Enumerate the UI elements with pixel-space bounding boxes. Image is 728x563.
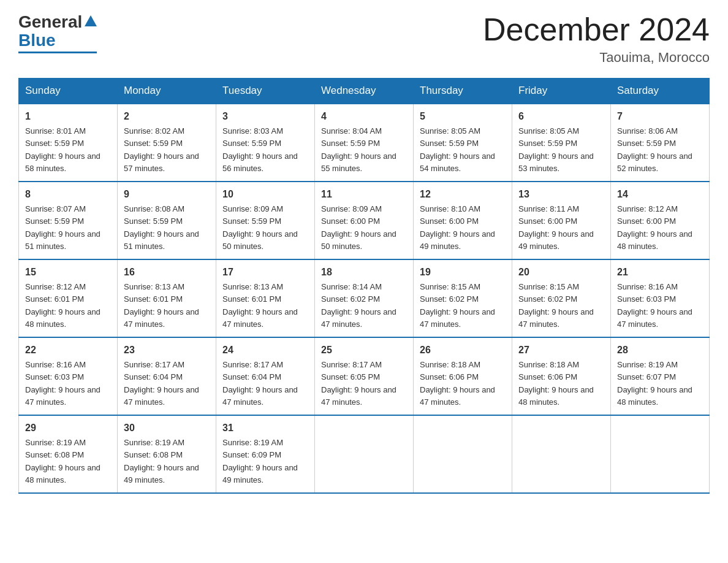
table-row: 13 Sunrise: 8:11 AMSunset: 6:00 PMDaylig… [512,182,611,259]
col-sunday: Sunday [19,79,118,104]
calendar-week-row: 1 Sunrise: 8:01 AMSunset: 5:59 PMDayligh… [19,104,710,182]
calendar-header-row: Sunday Monday Tuesday Wednesday Thursday… [19,79,710,104]
day-number: 9 [124,187,210,202]
day-info: Sunrise: 8:11 AMSunset: 6:00 PMDaylight:… [518,204,594,251]
day-number: 6 [518,109,604,124]
day-info: Sunrise: 8:17 AMSunset: 6:05 PMDaylight:… [321,360,396,407]
day-info: Sunrise: 8:12 AMSunset: 6:00 PMDaylight:… [617,204,692,251]
day-number: 15 [25,265,111,280]
day-number: 31 [222,421,308,435]
page-header: General Blue December 2024 Taouima, Moro… [18,12,710,66]
day-info: Sunrise: 8:15 AMSunset: 6:02 PMDaylight:… [420,282,495,329]
table-row [414,415,512,493]
table-row: 1 Sunrise: 8:01 AMSunset: 5:59 PMDayligh… [19,104,118,182]
day-info: Sunrise: 8:02 AMSunset: 5:59 PMDaylight:… [124,126,199,173]
table-row: 4 Sunrise: 8:04 AMSunset: 5:59 PMDayligh… [315,104,414,182]
day-number: 26 [420,343,506,358]
logo-underline [18,52,97,53]
col-monday: Monday [118,79,216,104]
day-info: Sunrise: 8:12 AMSunset: 6:01 PMDaylight:… [25,282,100,329]
table-row: 30 Sunrise: 8:19 AMSunset: 6:08 PMDaylig… [118,415,216,493]
day-info: Sunrise: 8:09 AMSunset: 6:00 PMDaylight:… [321,204,396,251]
day-number: 1 [25,109,111,124]
day-info: Sunrise: 8:19 AMSunset: 6:08 PMDaylight:… [124,438,199,484]
table-row: 12 Sunrise: 8:10 AMSunset: 6:00 PMDaylig… [414,182,512,259]
day-number: 2 [124,109,210,124]
col-thursday: Thursday [414,79,512,104]
table-row [512,415,611,493]
day-number: 17 [222,265,308,280]
day-number: 19 [420,265,506,280]
table-row: 31 Sunrise: 8:19 AMSunset: 6:09 PMDaylig… [216,415,315,493]
calendar-week-row: 22 Sunrise: 8:16 AMSunset: 6:03 PMDaylig… [19,337,710,415]
day-info: Sunrise: 8:07 AMSunset: 5:59 PMDaylight:… [25,204,100,251]
day-number: 18 [321,265,407,280]
day-number: 16 [124,265,210,280]
day-info: Sunrise: 8:19 AMSunset: 6:09 PMDaylight:… [222,438,298,484]
col-friday: Friday [512,79,611,104]
day-number: 30 [124,421,210,435]
table-row: 28 Sunrise: 8:19 AMSunset: 6:07 PMDaylig… [611,337,710,415]
table-row [315,415,414,493]
day-number: 11 [321,187,407,202]
logo: General Blue [18,12,97,53]
logo-general-text: General [18,12,82,32]
table-row: 20 Sunrise: 8:15 AMSunset: 6:02 PMDaylig… [512,259,611,337]
day-number: 5 [420,109,506,124]
table-row: 22 Sunrise: 8:16 AMSunset: 6:03 PMDaylig… [19,337,118,415]
day-number: 13 [518,187,604,202]
day-info: Sunrise: 8:18 AMSunset: 6:06 PMDaylight:… [518,360,594,407]
day-number: 4 [321,109,407,124]
table-row: 23 Sunrise: 8:17 AMSunset: 6:04 PMDaylig… [118,337,216,415]
calendar-week-row: 8 Sunrise: 8:07 AMSunset: 5:59 PMDayligh… [19,182,710,259]
table-row: 26 Sunrise: 8:18 AMSunset: 6:06 PMDaylig… [414,337,512,415]
col-wednesday: Wednesday [315,79,414,104]
table-row: 11 Sunrise: 8:09 AMSunset: 6:00 PMDaylig… [315,182,414,259]
day-info: Sunrise: 8:04 AMSunset: 5:59 PMDaylight:… [321,126,396,173]
day-number: 8 [25,187,111,202]
day-info: Sunrise: 8:10 AMSunset: 6:00 PMDaylight:… [420,204,495,251]
table-row: 15 Sunrise: 8:12 AMSunset: 6:01 PMDaylig… [19,259,118,337]
day-info: Sunrise: 8:19 AMSunset: 6:08 PMDaylight:… [25,438,100,484]
table-row: 18 Sunrise: 8:14 AMSunset: 6:02 PMDaylig… [315,259,414,337]
day-number: 25 [321,343,407,358]
location-subtitle: Taouima, Morocco [483,50,710,66]
logo-blue-text: Blue [18,31,56,50]
day-info: Sunrise: 8:08 AMSunset: 5:59 PMDaylight:… [124,204,199,251]
day-info: Sunrise: 8:09 AMSunset: 5:59 PMDaylight:… [222,204,298,251]
day-info: Sunrise: 8:16 AMSunset: 6:03 PMDaylight:… [617,282,692,329]
table-row: 17 Sunrise: 8:13 AMSunset: 6:01 PMDaylig… [216,259,315,337]
day-info: Sunrise: 8:15 AMSunset: 6:02 PMDaylight:… [518,282,594,329]
calendar-table: Sunday Monday Tuesday Wednesday Thursday… [18,78,710,494]
day-number: 21 [617,265,703,280]
table-row: 16 Sunrise: 8:13 AMSunset: 6:01 PMDaylig… [118,259,216,337]
col-tuesday: Tuesday [216,79,315,104]
title-area: December 2024 Taouima, Morocco [483,12,710,66]
table-row: 2 Sunrise: 8:02 AMSunset: 5:59 PMDayligh… [118,104,216,182]
day-info: Sunrise: 8:13 AMSunset: 6:01 PMDaylight:… [222,282,298,329]
day-number: 22 [25,343,111,358]
table-row: 29 Sunrise: 8:19 AMSunset: 6:08 PMDaylig… [19,415,118,493]
table-row: 24 Sunrise: 8:17 AMSunset: 6:04 PMDaylig… [216,337,315,415]
day-number: 12 [420,187,506,202]
day-info: Sunrise: 8:05 AMSunset: 5:59 PMDaylight:… [518,126,594,173]
day-number: 3 [222,109,308,124]
day-number: 7 [617,109,703,124]
month-title: December 2024 [483,12,710,47]
table-row: 8 Sunrise: 8:07 AMSunset: 5:59 PMDayligh… [19,182,118,259]
day-info: Sunrise: 8:05 AMSunset: 5:59 PMDaylight:… [420,126,495,173]
day-number: 29 [25,421,111,435]
table-row: 14 Sunrise: 8:12 AMSunset: 6:00 PMDaylig… [611,182,710,259]
day-info: Sunrise: 8:17 AMSunset: 6:04 PMDaylight:… [124,360,199,407]
day-number: 24 [222,343,308,358]
day-info: Sunrise: 8:06 AMSunset: 5:59 PMDaylight:… [617,126,692,173]
table-row: 7 Sunrise: 8:06 AMSunset: 5:59 PMDayligh… [611,104,710,182]
day-info: Sunrise: 8:17 AMSunset: 6:04 PMDaylight:… [222,360,298,407]
day-info: Sunrise: 8:16 AMSunset: 6:03 PMDaylight:… [25,360,100,407]
day-number: 27 [518,343,604,358]
day-number: 14 [617,187,703,202]
day-info: Sunrise: 8:13 AMSunset: 6:01 PMDaylight:… [124,282,199,329]
table-row: 10 Sunrise: 8:09 AMSunset: 5:59 PMDaylig… [216,182,315,259]
table-row: 25 Sunrise: 8:17 AMSunset: 6:05 PMDaylig… [315,337,414,415]
day-number: 28 [617,343,703,358]
